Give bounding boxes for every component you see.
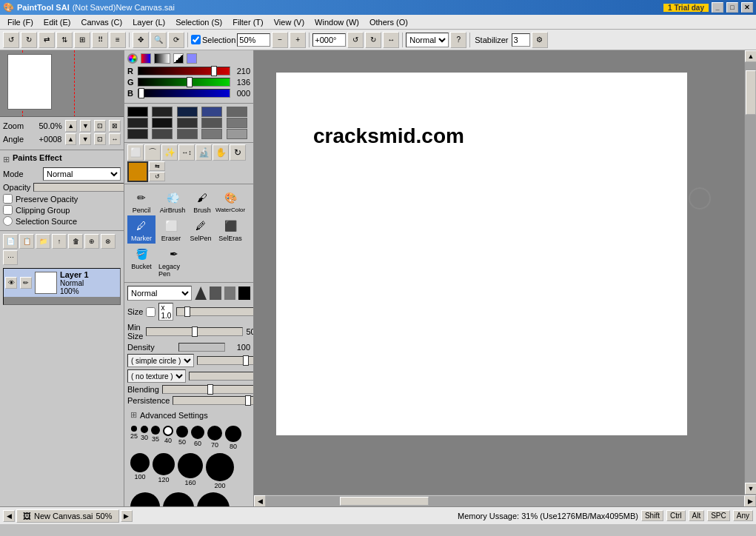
marquee-rect-btn[interactable]: ⬜	[127, 144, 144, 161]
menu-filter[interactable]: Filter (T)	[228, 16, 268, 28]
swatch-6[interactable]	[152, 118, 173, 128]
swatch-10[interactable]	[127, 129, 148, 139]
preserve-opacity-check[interactable]	[3, 194, 13, 204]
mode-info[interactable]: ?	[450, 32, 466, 48]
lines-btn[interactable]: ≡	[110, 32, 126, 48]
swatch-5[interactable]	[127, 118, 148, 128]
brush-size-60[interactable]: 60	[191, 426, 204, 450]
airbrush-btn[interactable]: 💨 AirBrush	[157, 187, 188, 215]
swatch-13[interactable]	[201, 129, 222, 139]
brush-shape-tri2[interactable]	[210, 287, 221, 300]
color-rgb-btn[interactable]	[141, 53, 151, 64]
hscroll-track[interactable]	[266, 496, 744, 506]
menu-layer[interactable]: Layer (L)	[128, 16, 170, 28]
angle-up-btn[interactable]: ▲	[65, 133, 77, 145]
swatch-12[interactable]	[177, 129, 198, 139]
reset-colors-btn[interactable]: ↺	[149, 172, 165, 181]
brush-size-120[interactable]: 120	[153, 453, 175, 489]
persistence-slider[interactable]	[173, 396, 253, 405]
rot-ccw[interactable]: ↺	[347, 32, 364, 48]
vscroll-thumb[interactable]	[746, 70, 756, 115]
marker-btn[interactable]: 🖊 Marker	[127, 215, 155, 244]
zoom-input[interactable]	[237, 33, 270, 47]
layer-more-btn[interactable]: ⋯	[3, 250, 18, 265]
brush-size-80[interactable]: 80	[225, 426, 241, 450]
layer-merge-btn[interactable]: ⊕	[84, 234, 99, 249]
angle-flip-btn[interactable]: ↔	[109, 133, 121, 145]
color-grid-btn[interactable]	[154, 53, 170, 64]
menu-edit[interactable]: Edit (E)	[39, 16, 76, 28]
shape-select[interactable]: ( simple circle )	[127, 354, 194, 367]
brush-size-70[interactable]: 70	[207, 426, 222, 450]
pe-opacity-slider[interactable]	[33, 183, 124, 192]
layer-lock-btn[interactable]: ✏	[20, 277, 32, 289]
status-right-scroll[interactable]: ▶	[121, 510, 133, 522]
menu-others[interactable]: Others (O)	[365, 16, 412, 28]
minimize-btn[interactable]: _	[712, 2, 723, 13]
rotate-canvas-btn[interactable]: ⟳	[168, 32, 184, 48]
brush-shape-sq[interactable]	[224, 287, 236, 300]
menu-view[interactable]: View (V)	[270, 16, 309, 28]
menu-canvas[interactable]: Canvas (C)	[77, 16, 127, 28]
swatch-1[interactable]	[152, 107, 173, 117]
bucket-btn[interactable]: 🪣 Bucket	[127, 244, 155, 279]
brush-btn[interactable]: 🖌 Brush	[190, 187, 215, 215]
stabilizer-settings[interactable]: ⚙	[532, 32, 548, 48]
layer-up-btn[interactable]: ↑	[52, 234, 67, 249]
clipping-group-check[interactable]	[3, 205, 13, 215]
pencil-btn[interactable]: ✏ Pencil	[127, 187, 155, 215]
dots-btn[interactable]: ⠿	[92, 32, 108, 48]
advanced-settings-btn[interactable]: ⊞ Advanced Settings	[127, 407, 250, 423]
rotation-input[interactable]	[312, 33, 346, 47]
swatch-7[interactable]	[177, 118, 198, 128]
status-left-scroll[interactable]: ◀	[3, 510, 15, 522]
lasso-btn[interactable]: ⌒	[144, 144, 161, 161]
new-layer2-btn[interactable]: 📋	[19, 234, 34, 249]
brush-size-30[interactable]: 30	[141, 426, 148, 450]
brush-shape-dark[interactable]	[238, 287, 250, 300]
layer-trash-btn[interactable]: 🗑	[68, 234, 83, 249]
ctrl-key-btn[interactable]: Ctrl	[666, 510, 686, 521]
watercolor-btn[interactable]: 🎨 WaterColor	[216, 187, 244, 215]
new-folder-btn[interactable]: 📁	[36, 234, 50, 249]
color-swatch-btn[interactable]	[173, 53, 184, 64]
hscroll-thumb[interactable]	[340, 497, 429, 506]
texture-slider[interactable]	[189, 372, 253, 381]
alt-key-btn[interactable]: Alt	[689, 510, 705, 521]
swap-colors-btn[interactable]: ⇆	[149, 161, 165, 171]
zoom-down-btn[interactable]: ▼	[80, 120, 92, 132]
rot-flip[interactable]: ↔	[383, 32, 399, 48]
swatch-8[interactable]	[201, 118, 222, 128]
hscroll-left-btn[interactable]: ◀	[254, 495, 266, 507]
brush-size-50[interactable]: 50	[176, 426, 188, 450]
zoom-reset-btn[interactable]: ⊡	[94, 120, 106, 132]
swatch-9[interactable]	[227, 118, 247, 128]
brush-size-200[interactable]: 200	[206, 453, 234, 489]
hscroll-right-btn[interactable]: ▶	[744, 495, 756, 507]
rotate-right-btn[interactable]: ↻	[21, 32, 37, 48]
zoom-in-btn[interactable]: 🔍	[150, 32, 167, 48]
r-slider-track[interactable]	[138, 67, 230, 76]
brush-shape-triangle[interactable]	[195, 287, 207, 300]
shift-key-btn[interactable]: Shift	[641, 510, 663, 521]
legacypen-btn[interactable]: ✒ Legacy Pen	[157, 244, 191, 279]
status-tab[interactable]: 🖼 New Canvas.sai 50%	[16, 509, 119, 523]
vscroll-down-btn[interactable]: ▼	[745, 483, 756, 495]
current-color-swatch[interactable]	[127, 161, 148, 182]
layer-item[interactable]: 👁 ✏ Layer 1 Normal 100%	[4, 269, 120, 297]
swatch-2[interactable]	[177, 107, 198, 117]
eyedropper-btn[interactable]: 🔬	[195, 144, 212, 161]
g-slider-track[interactable]	[138, 78, 230, 87]
spc-key-btn[interactable]: SPC	[707, 510, 730, 521]
color-history-btn[interactable]	[187, 53, 197, 64]
pe-mode-select[interactable]: Normal	[43, 167, 121, 181]
vscroll-track[interactable]	[745, 62, 756, 483]
swatch-4[interactable]	[227, 107, 247, 117]
brush-size-300[interactable]: 300	[163, 492, 194, 506]
rot-cw[interactable]: ↻	[365, 32, 381, 48]
brush-size-160[interactable]: 160	[178, 453, 203, 489]
selection-checkbox[interactable]	[191, 35, 201, 44]
b-slider-track[interactable]	[138, 89, 230, 98]
wand-btn[interactable]: ✨	[161, 144, 178, 161]
any-key-btn[interactable]: Any	[733, 510, 753, 521]
